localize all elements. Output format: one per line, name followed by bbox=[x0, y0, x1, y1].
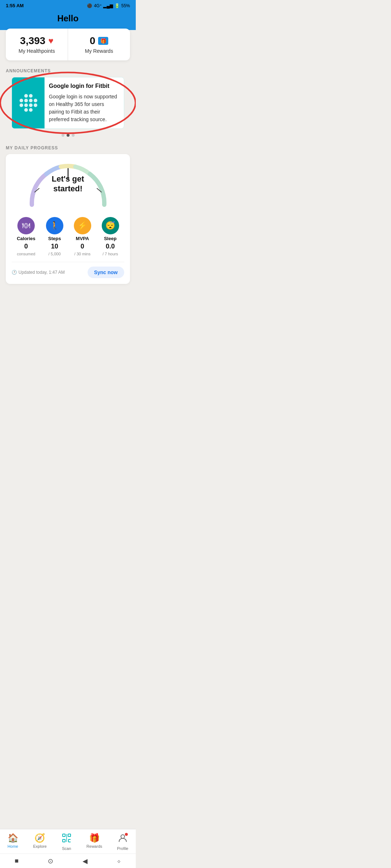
android-menu-btn[interactable]: ⬦ bbox=[117, 857, 121, 865]
header: Hello bbox=[0, 10, 136, 30]
metric-calories[interactable]: 🍽 Calories 0 consumed bbox=[17, 217, 35, 256]
android-circle-btn[interactable]: ⊙ bbox=[48, 857, 53, 865]
battery-percent: 55% bbox=[121, 3, 130, 8]
steps-sub: / 5,000 bbox=[49, 252, 61, 256]
bluetooth-icon: ⚫ bbox=[87, 3, 92, 8]
nav-explore-label: Explore bbox=[33, 844, 47, 848]
android-back-btn[interactable]: ◀ bbox=[83, 857, 88, 865]
announcement-wrapper: Google login for Fitbit Google login is … bbox=[6, 77, 130, 129]
status-icons: ⚫ 4G⁺ ▂▄▆ 🔋 55% bbox=[87, 3, 130, 8]
metric-steps[interactable]: 🚶 Steps 10 / 5,000 bbox=[46, 217, 63, 256]
gift-icon: 🎁 bbox=[98, 37, 108, 45]
bottom-nav: 🏠 Home 🧭 Explore Scan 🎁 Rewards bbox=[0, 829, 136, 854]
clock-icon: 🕐 bbox=[12, 270, 17, 275]
announcement-content: Google login for Fitbit Google login is … bbox=[45, 77, 124, 128]
rewards-label: My Rewards bbox=[85, 48, 113, 54]
mvpa-value: 0 bbox=[81, 243, 84, 250]
nav-home-label: Home bbox=[8, 844, 18, 848]
rewards-section[interactable]: 0 🎁 My Rewards bbox=[68, 29, 130, 60]
rewards-icon: 🎁 bbox=[89, 833, 100, 843]
announcements-section-label: ANNOUNCEMENTS bbox=[0, 62, 136, 77]
nav-explore[interactable]: 🧭 Explore bbox=[33, 833, 47, 851]
heart-icon: ♥ bbox=[48, 36, 53, 46]
healthpoints-value: 3,393 ♥ bbox=[20, 35, 53, 47]
android-nav-bar: ■ ⊙ ◀ ⬦ bbox=[0, 854, 136, 868]
healthpoints-section[interactable]: 3,393 ♥ My Healthpoints bbox=[6, 29, 68, 60]
steps-value: 10 bbox=[51, 243, 58, 250]
android-square-btn[interactable]: ■ bbox=[15, 857, 19, 865]
mvpa-icon: ⚡ bbox=[74, 217, 91, 234]
calories-sub: consumed bbox=[17, 252, 35, 256]
calories-label: Calories bbox=[17, 236, 35, 241]
svg-rect-6 bbox=[63, 839, 65, 842]
nav-profile[interactable]: Profile bbox=[117, 833, 128, 851]
mvpa-sub: / 30 mins bbox=[74, 252, 91, 256]
announcement-card[interactable]: Google login for Fitbit Google login is … bbox=[12, 77, 124, 129]
page-title: Hello bbox=[0, 13, 136, 24]
status-time: 1:55 AM bbox=[6, 3, 24, 8]
svg-point-11 bbox=[121, 835, 125, 838]
announcement-text: Google login is now supported on Healthy… bbox=[49, 93, 119, 123]
calories-value: 0 bbox=[24, 243, 28, 250]
nav-home[interactable]: 🏠 Home bbox=[8, 833, 18, 851]
profile-icon-wrap bbox=[118, 833, 128, 845]
nav-scan[interactable]: Scan bbox=[62, 833, 72, 851]
sleep-label: Sleep bbox=[104, 236, 117, 241]
mvpa-label: MVPA bbox=[76, 236, 89, 241]
explore-icon: 🧭 bbox=[34, 833, 45, 843]
gauge-container: Let's getstarted! bbox=[25, 161, 112, 208]
scan-icon bbox=[62, 833, 72, 845]
svg-rect-4 bbox=[63, 834, 65, 837]
dot-3 bbox=[72, 134, 75, 137]
carousel-dots bbox=[0, 129, 136, 139]
metrics-row: 🍽 Calories 0 consumed 🚶 Steps 10 / 5,000… bbox=[12, 214, 124, 256]
rewards-value: 0 🎁 bbox=[90, 35, 109, 47]
nav-scan-label: Scan bbox=[62, 846, 71, 851]
status-bar: 1:55 AM ⚫ 4G⁺ ▂▄▆ 🔋 55% bbox=[0, 0, 136, 10]
gauge-text: Let's getstarted! bbox=[52, 174, 84, 193]
sync-time: 🕐 Updated today, 1:47 AM bbox=[12, 270, 65, 275]
progress-card: Let's getstarted! 🍽 Calories 0 consumed … bbox=[6, 154, 130, 284]
steps-icon: 🚶 bbox=[46, 217, 63, 234]
battery-icon: 🔋 bbox=[114, 3, 120, 8]
nav-rewards[interactable]: 🎁 Rewards bbox=[87, 833, 102, 851]
signal-bars: ▂▄▆ bbox=[103, 3, 113, 8]
sync-now-button[interactable]: Sync now bbox=[88, 267, 124, 278]
nav-rewards-label: Rewards bbox=[87, 844, 102, 848]
sleep-sub: / 7 hours bbox=[102, 252, 118, 256]
home-icon: 🏠 bbox=[8, 833, 18, 843]
svg-rect-5 bbox=[68, 834, 71, 837]
metric-mvpa[interactable]: ⚡ MVPA 0 / 30 mins bbox=[74, 217, 91, 256]
sleep-value: 0.0 bbox=[106, 243, 115, 250]
sleep-icon: 😴 bbox=[102, 217, 119, 234]
metric-sleep[interactable]: 😴 Sleep 0.0 / 7 hours bbox=[102, 217, 119, 256]
calories-icon: 🍽 bbox=[17, 217, 35, 234]
dot-1 bbox=[62, 134, 64, 137]
profile-icon bbox=[118, 835, 128, 845]
steps-label: Steps bbox=[48, 236, 61, 241]
gauge-main-text: Let's getstarted! bbox=[52, 174, 84, 193]
announcement-title: Google login for Fitbit bbox=[49, 82, 119, 90]
daily-progress-section-label: MY DAILY PROGRESS bbox=[0, 139, 136, 154]
healthpoints-label: My Healthpoints bbox=[18, 48, 55, 54]
profile-notification-dot bbox=[125, 833, 128, 836]
sync-row: 🕐 Updated today, 1:47 AM Sync now bbox=[12, 262, 124, 278]
points-card: 3,393 ♥ My Healthpoints 0 🎁 My Rewards bbox=[6, 29, 130, 60]
signal-icon: 4G⁺ bbox=[94, 3, 102, 8]
fitbit-logo bbox=[17, 91, 40, 115]
dot-2 bbox=[67, 134, 70, 137]
announcement-image bbox=[12, 77, 45, 128]
nav-profile-label: Profile bbox=[117, 846, 128, 851]
